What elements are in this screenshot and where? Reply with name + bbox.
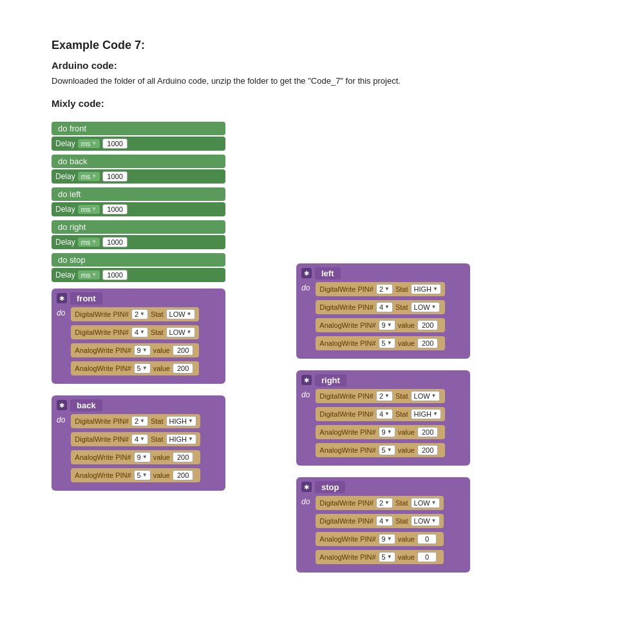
- right-row-1: DigitalWrite PIN# 2▼ Stat LOW▼: [316, 389, 445, 403]
- front-row-2: DigitalWrite PIN# 4▼ Stat LOW▼: [71, 325, 198, 339]
- stop-row-3: AnalogWrite PIN# 9▼ value 0: [316, 532, 443, 546]
- back-header: ✱ back: [57, 399, 220, 412]
- left-row-2: DigitalWrite PIN# 4▼ Stat LOW▼: [316, 300, 445, 314]
- page: Example Code 7: Arduino code: Downloaded…: [0, 0, 644, 623]
- right-column: ✱ left do DigitalWrite PIN# 2▼ Stat HIGH…: [296, 263, 470, 584]
- front-block: ✱ front do DigitalWrite PIN# 2▼ Stat LOW…: [52, 289, 225, 384]
- back-icon: ✱: [57, 400, 67, 410]
- delay-back: Delay ms ▼ 1000: [52, 169, 225, 184]
- right-header: ✱ right: [301, 374, 465, 386]
- delay-val-front: 1000: [102, 138, 127, 149]
- blocks-area: do front Delay ms ▼ 1000 do back Delay: [52, 122, 592, 584]
- stop-row-1: DigitalWrite PIN# 2▼ Stat LOW▼: [316, 496, 443, 510]
- ms-box-front: ms ▼: [78, 139, 100, 148]
- stop-title: stop: [315, 481, 345, 493]
- front-title: front: [70, 292, 102, 305]
- right-title: right: [315, 374, 346, 386]
- front-header: ✱ front: [57, 292, 220, 305]
- left-row-4: AnalogWrite PIN# 5▼ value 200: [316, 336, 445, 350]
- back-row-2: DigitalWrite PIN# 4▼ Stat HIGH▼: [71, 432, 200, 446]
- delay-front: Delay ms ▼ 1000: [52, 137, 225, 151]
- stop-row-4: AnalogWrite PIN# 5▼ value 0: [316, 550, 443, 564]
- flow-stop: do stop: [52, 253, 225, 267]
- front-row-4: AnalogWrite PIN# 5▼ value 200: [71, 361, 198, 375]
- delay-left: Delay ms ▼ 1000: [52, 202, 225, 216]
- right-block: ✱ right do DigitalWrite PIN# 2▼ Stat LOW…: [296, 370, 470, 466]
- stop-block: ✱ stop do DigitalWrite PIN# 2▼ Stat LOW▼: [296, 477, 470, 573]
- flow-back: do back: [52, 155, 225, 168]
- right-row-2: DigitalWrite PIN# 4▼ Stat HIGH▼: [316, 407, 445, 421]
- back-block: ✱ back do DigitalWrite PIN# 2▼ Stat HIGH…: [52, 395, 225, 491]
- back-row-4: AnalogWrite PIN# 5▼ value 200: [71, 468, 200, 482]
- delay-label: Delay: [55, 139, 75, 148]
- back-row-1: DigitalWrite PIN# 2▼ Stat HIGH▼: [71, 414, 200, 428]
- flow-right: do right: [52, 220, 225, 234]
- delay-right: Delay ms ▼ 1000: [52, 235, 225, 249]
- flow-left: do left: [52, 187, 225, 201]
- front-row-3: AnalogWrite PIN# 9▼ value 200: [71, 343, 198, 357]
- flow-right-label: do right: [58, 222, 86, 232]
- front-icon: ✱: [57, 293, 67, 303]
- page-title: Example Code 7:: [52, 39, 592, 52]
- left-title: left: [315, 267, 341, 279]
- arduino-heading: Arduino code:: [52, 60, 592, 71]
- stop-row-2: DigitalWrite PIN# 4▼ Stat LOW▼: [316, 514, 443, 528]
- left-block: ✱ left do DigitalWrite PIN# 2▼ Stat HIGH…: [296, 263, 470, 359]
- flow-stop-label: do stop: [58, 255, 86, 265]
- stop-header: ✱ stop: [301, 481, 465, 493]
- right-icon: ✱: [301, 375, 312, 385]
- right-row-3: AnalogWrite PIN# 9▼ value 200: [316, 425, 445, 439]
- flow-back-label: do back: [58, 156, 88, 166]
- back-row-3: AnalogWrite PIN# 9▼ value 200: [71, 450, 200, 464]
- left-row-3: AnalogWrite PIN# 9▼ value 200: [316, 318, 445, 332]
- flow-front-label: do front: [58, 124, 86, 133]
- left-icon: ✱: [301, 268, 312, 278]
- delay-stop: Delay ms ▼ 1000: [52, 268, 225, 282]
- flow-column: do front Delay ms ▼ 1000 do back Delay: [52, 122, 225, 502]
- right-row-4: AnalogWrite PIN# 5▼ value 200: [316, 443, 445, 457]
- left-row-1: DigitalWrite PIN# 2▼ Stat HIGH▼: [316, 282, 445, 296]
- flow-left-label: do left: [58, 189, 80, 199]
- front-row-1: DigitalWrite PIN# 2▼ Stat LOW▼: [71, 307, 198, 321]
- back-title: back: [70, 399, 102, 412]
- mixly-heading: Mixly code:: [52, 98, 592, 109]
- left-header: ✱ left: [301, 267, 465, 279]
- arduino-desc: Downloaded the folder of all Arduino cod…: [52, 75, 592, 88]
- flow-front: do front: [52, 122, 225, 135]
- stop-icon: ✱: [301, 482, 312, 492]
